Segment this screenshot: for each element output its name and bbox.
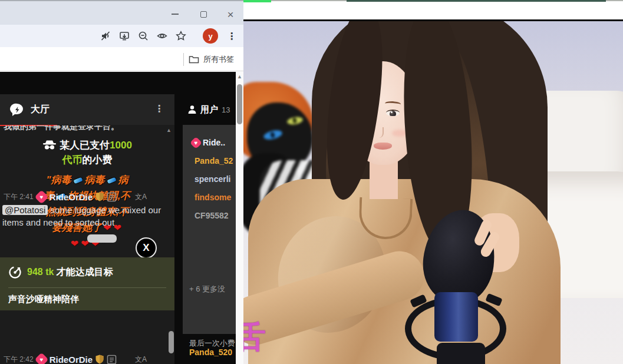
user-name: Panda_52 — [195, 156, 233, 166]
profile-avatar[interactable]: y — [203, 28, 218, 44]
user-list-item[interactable]: findsome — [183, 191, 236, 203]
live-video-stream[interactable]: 舌 — [243, 21, 623, 364]
x-social-button[interactable]: X — [136, 237, 157, 259]
tip-notification: 某人已支付1000 代币的小费 — [0, 138, 174, 167]
translate-icon[interactable]: 文A — [135, 192, 147, 202]
goal-rest: 才能达成目标 — [57, 267, 113, 277]
user-list-item[interactable]: CF95582 — [183, 210, 236, 221]
maximize-icon — [200, 11, 207, 18]
chat-scroll-up-arrow[interactable]: ▲ — [166, 127, 172, 133]
users-panel: 用户 13 ♥ Ride.. Panda_52 spencerli findso… — [183, 72, 236, 364]
fanclub-badge-icon: ♥ — [190, 137, 202, 148]
user-list-item[interactable]: Panda_52 — [183, 155, 236, 167]
chat-panel: 大厅 ⋮ 我做的第一件事就是登录平台。 — [0, 72, 174, 364]
translate-icon[interactable]: 文A — [135, 355, 147, 364]
anonymous-spy-icon — [42, 140, 57, 150]
browser-menu-icon[interactable]: ⋮ — [227, 29, 236, 43]
window-minimize-button[interactable] — [167, 7, 183, 21]
chat-bubble-icon — [9, 102, 25, 117]
users-count: 13 — [222, 105, 230, 114]
mention-chip[interactable]: @Potatosi — [2, 205, 48, 215]
message-username[interactable]: RideOrDie — [50, 355, 93, 364]
video-window: 舌 — [243, 0, 623, 364]
window-maximize-button[interactable] — [196, 7, 211, 21]
goal-divider — [8, 287, 166, 288]
page-scroll-up-arrow[interactable]: ▲ — [237, 74, 242, 80]
video-overlay-text: 舌 — [243, 317, 266, 358]
page-scrollbar-thumb[interactable] — [237, 84, 242, 124]
page-content: 大厅 ⋮ 我做的第一件事就是登录平台。 — [0, 72, 243, 364]
eye — [386, 110, 400, 116]
clipped-message: 我做的第一件事就是登录平台。 — [4, 125, 166, 132]
page-scrollbar[interactable]: ▲ — [236, 72, 243, 364]
moderator-shield-icon — [95, 355, 104, 364]
user-name: Ride.. — [203, 138, 225, 147]
all-bookmarks-button[interactable]: 所有书签 — [189, 52, 234, 67]
goal-subtitle: 声音沙哑精神陪伴 — [8, 294, 79, 305]
chat-message-meta: 下午 2:42 ♥ RideOrDie 文A — [4, 353, 147, 364]
message-username[interactable]: RideOrDie — [50, 192, 93, 202]
last-tip-username[interactable]: Panda_520 — [189, 348, 232, 357]
goal-target-icon — [8, 266, 22, 279]
users-list: ♥ Ride.. Panda_52 spencerli findsome CF9… — [183, 125, 236, 334]
goal-text: 948 tk 才能达成目标 — [27, 266, 113, 279]
tooltip-blob — [87, 234, 117, 243]
all-bookmarks-label: 所有书签 — [203, 54, 234, 65]
tip-token-word: 代币 — [62, 154, 83, 166]
progress-segment — [243, 0, 271, 2]
chat-message-text: @Potatosi some luggage we mixed our item… — [2, 204, 163, 229]
user-list-item[interactable]: spencerli — [183, 173, 236, 185]
tip-text-2: 的小费 — [83, 154, 113, 166]
browser-window: × y ⋮ 所有书签 — [0, 0, 243, 364]
fanclub-badge-icon: ♥ — [34, 352, 48, 364]
chat-room-title: 大厅 — [31, 104, 50, 116]
users-header: 用户 13 — [183, 94, 236, 125]
bookmark-star-icon[interactable] — [174, 29, 188, 43]
tip-amount: 1000 — [110, 140, 132, 151]
more-users-link[interactable]: + 6 更多没 — [189, 284, 225, 294]
users-title: 用户 — [200, 104, 218, 115]
screen: × y ⋮ 所有书签 — [0, 0, 623, 364]
progress-segment — [347, 0, 606, 2]
tip-text-1: 某人已支付 — [60, 140, 110, 151]
neck — [370, 161, 398, 199]
user-name: CF95582 — [195, 211, 229, 220]
notes-icon[interactable] — [107, 355, 117, 364]
folder-icon — [189, 55, 199, 64]
window-titlebar: × — [0, 0, 243, 25]
preview-eye-icon[interactable] — [155, 29, 169, 43]
bookmarks-divider — [183, 53, 184, 66]
chat-scrollbar-thumb[interactable] — [169, 331, 174, 353]
chat-menu-icon[interactable]: ⋮ — [154, 103, 164, 114]
browser-toolbar: y ⋮ — [0, 25, 243, 47]
user-name: findsome — [195, 193, 231, 202]
message-time: 下午 2:41 — [4, 192, 34, 202]
microphone-mount-base — [437, 343, 485, 364]
zoom-out-icon[interactable] — [136, 29, 150, 43]
user-icon — [187, 105, 197, 114]
notes-icon[interactable] — [107, 192, 117, 202]
microphone-body — [434, 292, 478, 342]
install-icon[interactable] — [117, 29, 131, 43]
moderator-shield-icon — [95, 192, 104, 201]
user-list-item[interactable]: ♥ Ride.. — [183, 137, 236, 148]
fanclub-badge-icon: ♥ — [34, 190, 48, 204]
mute-icon[interactable] — [98, 29, 113, 43]
chat-messages-area[interactable]: 我做的第一件事就是登录平台。 某人已支付1000 — [0, 125, 174, 364]
bookmarks-bar: 所有书签 — [0, 47, 243, 71]
goal-tokens: 948 tk — [27, 267, 54, 277]
chat-message-meta: 下午 2:41 ♥ RideOrDie 文A — [4, 191, 147, 203]
window-close-button[interactable]: × — [223, 7, 238, 21]
chat-header: 大厅 ⋮ — [0, 94, 174, 125]
message-time: 下午 2:42 — [4, 355, 34, 364]
goal-box: 948 tk 才能达成目标 声音沙哑精神陪伴 — [0, 257, 174, 310]
minimize-icon — [172, 14, 179, 15]
user-name: spencerli — [195, 174, 230, 184]
lips — [374, 143, 392, 150]
